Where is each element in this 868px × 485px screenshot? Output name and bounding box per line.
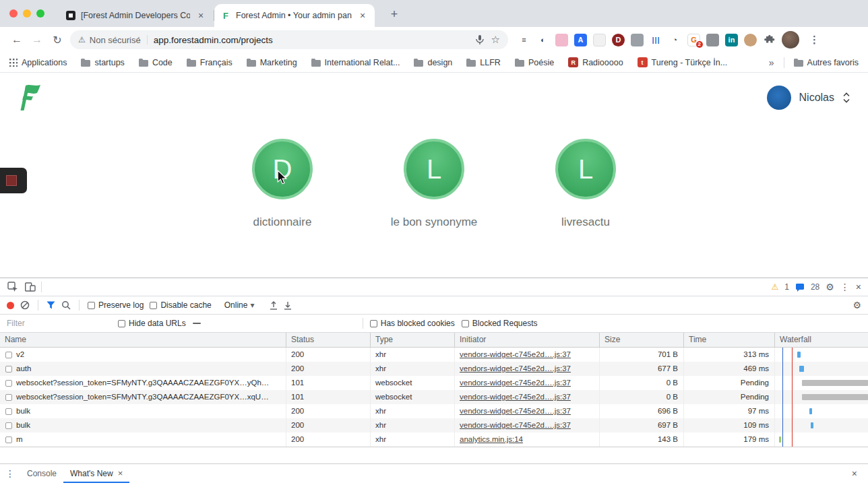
bookmark-item[interactable]: t Tureng - Türkçe İn...	[638, 57, 728, 67]
settings-gear-icon[interactable]: ⚙	[826, 282, 834, 292]
search-icon[interactable]	[61, 300, 71, 310]
request-initiator-link[interactable]: vendors-widget-c745e2d….js:37	[460, 364, 571, 373]
project-avatar[interactable]: L	[404, 139, 464, 199]
mic-icon[interactable]	[475, 34, 485, 45]
omnibox[interactable]: ⚠ Non sécurisé app.forestadmin.com/proje…	[70, 30, 508, 49]
bookmark-item[interactable]: design	[414, 58, 452, 67]
translate-a-icon[interactable]: A	[574, 34, 587, 46]
forward-button[interactable]: →	[27, 34, 47, 46]
browser-tab-active[interactable]: F Forest Admin • Your admin pan ×	[214, 4, 375, 27]
bookmarks-overflow-chevron[interactable]: »	[769, 57, 774, 68]
request-initiator-link[interactable]: vendors-widget-c745e2d….js:37	[460, 421, 571, 429]
user-menu[interactable]: Nicolas	[767, 86, 850, 110]
network-settings-gear-icon[interactable]: ⚙	[852, 300, 861, 311]
inspect-element-icon[interactable]	[4, 282, 22, 292]
bookmark-item[interactable]: Poésie	[515, 58, 554, 67]
network-request-row[interactable]: websocket?session_token=SFMyNTY.g3QAAAAC…	[0, 376, 868, 390]
close-drawer-icon[interactable]: ×	[852, 468, 863, 479]
request-initiator-link[interactable]: analytics.min.js:14	[460, 435, 523, 443]
export-har-icon[interactable]	[284, 301, 292, 310]
close-tab-icon[interactable]: ×	[195, 10, 206, 21]
unfold-chevrons-icon[interactable]	[842, 92, 850, 104]
resource-filter-pill[interactable]	[239, 323, 247, 324]
request-checkbox[interactable]	[5, 394, 12, 401]
url-text[interactable]: app.forestadmin.com/projects	[154, 35, 468, 45]
has-blocked-cookies-checkbox[interactable]: Has blocked cookies	[370, 319, 455, 328]
teal-in-icon[interactable]: in	[725, 34, 738, 46]
preserve-log-checkbox[interactable]: Preserve log	[88, 300, 144, 310]
close-window-button[interactable]	[9, 9, 18, 18]
screen-capture-widget[interactable]	[0, 168, 27, 193]
gray-extension-icon[interactable]	[631, 34, 644, 46]
project-avatar[interactable]: D	[252, 139, 313, 199]
bar-chart-icon[interactable]: |||	[650, 34, 662, 46]
request-initiator-link[interactable]: vendors-widget-c745e2d….js:37	[460, 379, 571, 387]
request-initiator-link[interactable]: vendors-widget-c745e2d….js:37	[460, 350, 571, 358]
network-request-row[interactable]: m 200 xhr analytics.min.js:14 143 B 179 …	[0, 432, 868, 447]
resource-filter-pill[interactable]	[270, 323, 278, 324]
checkbox[interactable]	[150, 302, 157, 309]
network-request-row[interactable]: bulk 200 xhr vendors-widget-c745e2d….js:…	[0, 404, 868, 418]
devtools-menu-icon[interactable]: ⋮	[840, 282, 850, 292]
warning-icon[interactable]: ⚠	[771, 282, 778, 292]
pink-extension-icon[interactable]	[555, 34, 568, 46]
record-network-log-button[interactable]	[7, 302, 14, 309]
chrome-menu-icon[interactable]: ⋮	[805, 34, 824, 46]
drawer-tab[interactable]: What's New ×	[63, 464, 129, 483]
request-checkbox[interactable]	[5, 408, 12, 415]
throttling-dropdown[interactable]: Online ▾	[224, 300, 255, 310]
new-tab-button[interactable]: +	[385, 6, 403, 24]
column-header-size[interactable]: Size	[600, 333, 684, 347]
column-header-initiator[interactable]: Initiator	[455, 333, 600, 347]
device-toolbar-icon[interactable]	[22, 282, 39, 292]
resource-filter-pill[interactable]	[208, 323, 216, 324]
bookmark-item[interactable]: Français	[187, 58, 232, 67]
project-item[interactable]: L livresactu	[538, 139, 633, 229]
bookmark-item[interactable]: Applications	[9, 58, 67, 67]
resource-filter-pill[interactable]	[317, 323, 325, 324]
import-har-icon[interactable]	[270, 301, 278, 310]
request-checkbox[interactable]	[5, 352, 12, 358]
project-avatar[interactable]: L	[555, 139, 616, 199]
red-d-icon[interactable]: D	[612, 34, 625, 46]
request-checkbox[interactable]	[5, 380, 12, 387]
maximize-window-button[interactable]	[36, 9, 44, 18]
gray-extension-icon-2[interactable]	[706, 34, 719, 46]
network-request-row[interactable]: bulk 200 xhr vendors-widget-c745e2d….js:…	[0, 418, 868, 432]
back-button[interactable]: ←	[7, 34, 27, 46]
checkbox[interactable]	[88, 302, 95, 309]
checkbox[interactable]	[118, 320, 125, 327]
bookmark-item[interactable]: Marketing	[247, 58, 297, 67]
drawer-tab[interactable]: Console	[20, 464, 63, 483]
checkbox[interactable]	[370, 320, 377, 327]
column-header-waterfall[interactable]: Waterfall	[775, 333, 868, 347]
bookmark-star-icon[interactable]: ☆	[491, 34, 500, 46]
resource-filter-pill[interactable]	[193, 323, 201, 324]
bookmark-item[interactable]: Code	[139, 58, 173, 67]
note-extension-icon[interactable]	[593, 34, 606, 46]
request-checkbox[interactable]	[5, 366, 12, 373]
request-initiator-link[interactable]: vendors-widget-c745e2d….js:37	[460, 393, 571, 401]
filter-funnel-icon[interactable]	[46, 301, 55, 309]
checkbox[interactable]	[462, 320, 469, 327]
resource-filter-pill[interactable]	[255, 323, 263, 324]
extensions-puzzle-icon[interactable]	[763, 34, 776, 46]
browser-tab-inactive[interactable]: [Forest Admin Developers Com ×	[59, 4, 213, 27]
bookmark-item[interactable]: International Relat...	[311, 58, 400, 67]
close-devtools-icon[interactable]: ×	[856, 282, 861, 292]
stack-icon[interactable]: ≡	[518, 34, 530, 46]
column-header-time[interactable]: Time	[684, 333, 775, 347]
column-header-name[interactable]: Name	[0, 333, 286, 347]
clear-network-log-icon[interactable]	[20, 300, 30, 310]
other-bookmarks-folder[interactable]: Autres favoris	[794, 58, 859, 67]
resource-filter-pill[interactable]	[348, 323, 356, 324]
issues-icon[interactable]	[795, 283, 805, 292]
resource-filter-pill[interactable]	[224, 323, 232, 324]
column-header-type[interactable]: Type	[371, 333, 455, 347]
minimize-window-button[interactable]	[23, 9, 31, 18]
column-header-status[interactable]: Status	[286, 333, 371, 347]
filter-input[interactable]	[7, 319, 111, 328]
bookmark-item[interactable]: R Radiooooo	[568, 57, 623, 67]
drawer-menu-icon[interactable]: ⋮	[5, 468, 20, 479]
bookmark-item[interactable]: LLFR	[466, 58, 501, 67]
